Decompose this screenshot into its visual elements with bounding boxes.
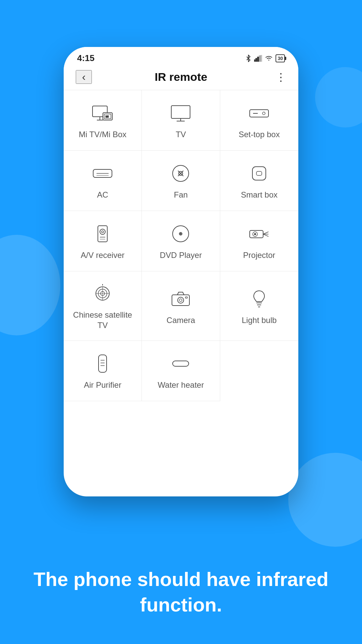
tv-label: TV bbox=[176, 129, 186, 140]
svg-rect-49 bbox=[185, 297, 187, 298]
water-heater-label: Water heater bbox=[158, 380, 204, 390]
grid-item-light-bulb[interactable]: Light bulb bbox=[220, 271, 298, 341]
bg-decoration-top-right bbox=[315, 67, 362, 127]
mi-tv-icon: MI bbox=[91, 103, 114, 123]
signal-icon bbox=[254, 55, 262, 62]
camera-icon bbox=[169, 289, 192, 309]
svg-text:MI: MI bbox=[106, 115, 109, 118]
bg-decoration-left bbox=[0, 235, 60, 335]
ac-icon bbox=[91, 163, 114, 183]
projector-icon bbox=[247, 224, 271, 244]
svg-point-48 bbox=[179, 299, 182, 302]
bluetooth-icon bbox=[245, 55, 251, 62]
status-time: 4:15 bbox=[77, 53, 95, 63]
ac-label: AC bbox=[97, 190, 108, 200]
grid-item-set-top-box[interactable]: Set-top box bbox=[220, 90, 298, 151]
bottom-text-container: The phone should have infrared function. bbox=[0, 567, 362, 617]
status-bar: 4:15 30 bbox=[64, 47, 298, 67]
svg-line-37 bbox=[263, 232, 268, 234]
water-heater-icon bbox=[169, 354, 192, 374]
fan-icon bbox=[169, 163, 192, 183]
air-purifier-icon bbox=[91, 354, 114, 374]
svg-rect-3 bbox=[259, 56, 260, 62]
status-icons: 30 bbox=[245, 54, 285, 62]
grid-item-smart-box[interactable]: Smart box bbox=[220, 151, 298, 211]
page-title: IR remote bbox=[155, 70, 207, 84]
battery-icon: 30 bbox=[276, 54, 285, 62]
svg-point-16 bbox=[262, 112, 265, 115]
camera-label: Camera bbox=[167, 315, 195, 325]
svg-rect-14 bbox=[250, 110, 268, 117]
smart-box-icon bbox=[247, 163, 271, 183]
av-receiver-icon bbox=[91, 224, 114, 244]
svg-rect-1 bbox=[256, 58, 257, 62]
svg-rect-53 bbox=[99, 355, 107, 372]
fan-label: Fan bbox=[174, 190, 188, 200]
mi-tv-label: Mi TV/Mi Box bbox=[79, 129, 126, 140]
svg-rect-25 bbox=[256, 171, 262, 175]
svg-rect-24 bbox=[252, 167, 266, 180]
grid-item-tv[interactable]: TV bbox=[142, 90, 220, 151]
set-top-box-label: Set-top box bbox=[239, 129, 280, 140]
svg-rect-57 bbox=[173, 361, 189, 366]
phone-mockup: 4:15 30 bbox=[64, 47, 298, 496]
svg-point-36 bbox=[254, 233, 256, 235]
light-bulb-label: Light bulb bbox=[242, 315, 277, 325]
av-receiver-label: A/V receiver bbox=[81, 250, 125, 260]
dvd-player-label: DVD Player bbox=[160, 250, 202, 260]
svg-rect-46 bbox=[172, 295, 189, 306]
dvd-player-icon bbox=[169, 224, 192, 244]
air-purifier-label: Air Purifier bbox=[84, 380, 121, 390]
bg-decoration-right bbox=[288, 453, 362, 547]
light-bulb-icon bbox=[247, 289, 271, 309]
grid-item-water-heater[interactable]: Water heater bbox=[142, 341, 220, 401]
svg-rect-26 bbox=[98, 226, 107, 242]
smart-box-label: Smart box bbox=[241, 190, 278, 200]
set-top-box-icon bbox=[247, 103, 271, 123]
grid-item-camera[interactable]: Camera bbox=[142, 271, 220, 341]
grid-item-projector[interactable]: Projector bbox=[220, 211, 298, 271]
svg-line-38 bbox=[263, 234, 268, 236]
device-grid: MI Mi TV/Mi Box TV bbox=[64, 90, 298, 401]
tv-icon bbox=[169, 103, 192, 123]
svg-rect-0 bbox=[254, 60, 255, 62]
projector-label: Projector bbox=[243, 250, 275, 260]
wifi-icon bbox=[265, 55, 273, 61]
svg-rect-4 bbox=[261, 55, 262, 62]
svg-point-33 bbox=[180, 233, 181, 234]
grid-item-dvd-player[interactable]: DVD Player bbox=[142, 211, 220, 271]
satellite-tv-icon bbox=[91, 283, 114, 304]
svg-rect-11 bbox=[171, 106, 190, 118]
svg-point-27 bbox=[100, 229, 105, 234]
grid-item-av-receiver[interactable]: A/V receiver bbox=[64, 211, 142, 271]
more-menu-button[interactable]: ⋮ bbox=[270, 71, 286, 84]
svg-point-28 bbox=[102, 231, 104, 233]
grid-item-fan[interactable]: Fan bbox=[142, 151, 220, 211]
top-bar: ‹ IR remote ⋮ bbox=[64, 67, 298, 90]
grid-item-ac[interactable]: AC bbox=[64, 151, 142, 211]
grid-item-mi-tv[interactable]: MI Mi TV/Mi Box bbox=[64, 90, 142, 151]
grid-item-air-purifier[interactable]: Air Purifier bbox=[64, 341, 142, 401]
bottom-text: The phone should have infrared function. bbox=[27, 567, 335, 617]
back-button[interactable]: ‹ bbox=[76, 70, 92, 84]
svg-rect-34 bbox=[250, 230, 263, 238]
satellite-tv-label: Chinese satellite TV bbox=[67, 310, 138, 330]
grid-item-satellite-tv[interactable]: Chinese satellite TV bbox=[64, 271, 142, 341]
svg-point-47 bbox=[178, 297, 184, 303]
svg-rect-2 bbox=[257, 57, 259, 62]
